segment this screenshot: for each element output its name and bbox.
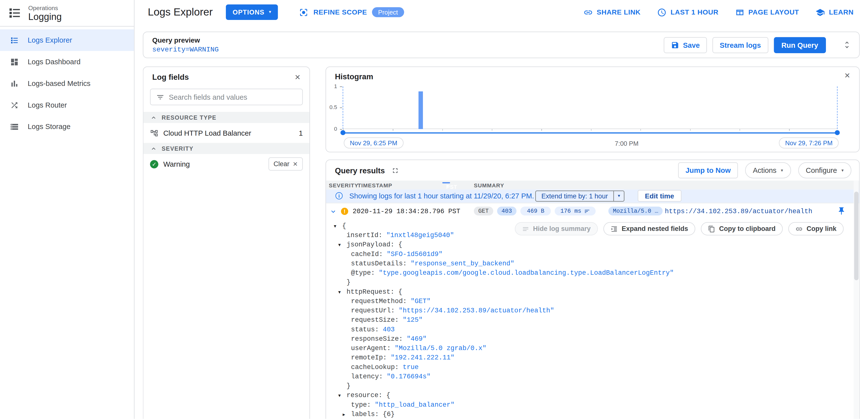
learn-school-icon [815,7,825,17]
collapse-entry-icon[interactable] [330,208,337,216]
query-preview-left: Query preview severity=WARNING [152,36,219,53]
entry-timestamp: 2020-11-29 18:34:28.796 PST [352,208,460,216]
topbar: Logs Explorer OPTIONS REFINE SCOPE Proje… [134,0,868,24]
page-layout-label: PAGE LAYOUT [748,8,799,16]
query-preview-title: Query preview [152,36,219,44]
sidebar-item-label: Logs Router [28,101,67,109]
sidebar-item-logs-dashboard[interactable]: Logs Dashboard [0,51,134,72]
sidebar-nav: Logs Explorer Logs Dashboard Logs-based … [0,27,134,138]
json-line: requestMethod:"GET" [326,297,852,306]
latency-chip: 176 ms [555,207,596,215]
save-button[interactable]: Save [663,37,707,53]
logs-explorer-icon [10,36,19,44]
log-fields-title: Log fields [152,72,189,82]
close-icon[interactable] [294,73,301,81]
share-link-button[interactable]: SHARE LINK [583,7,641,17]
json-line: cacheId:"SFO-1d5601d9" [326,250,852,259]
collapse-query-panel-button[interactable] [843,40,851,49]
pin-icon[interactable] [837,207,846,215]
actions-dropdown[interactable]: Actions [745,162,791,178]
range-start-handle[interactable] [341,130,345,135]
indent-expand-icon [611,225,618,232]
stream-logs-button[interactable]: Stream logs [713,37,768,53]
expand-nested-fields-label: Expand nested fields [622,225,688,233]
json-line: ▾resource:{ [326,391,852,400]
router-shuffle-icon [10,100,19,109]
histogram-plot[interactable]: 7:00 PM [343,86,838,129]
link-icon [583,7,593,17]
scope-project-badge: Project [372,7,404,17]
chevron-down-icon [614,194,624,199]
log-entry-json: ▾{ insertId:"1nxtl48geig5040" ▾jsonPaylo… [326,219,852,419]
request-url-text: https://34.102.253.89/actuator/health [665,208,812,216]
copy-link-button[interactable]: Copy link [788,222,844,235]
severity-section-label: SEVERITY [162,145,193,152]
column-summary: SUMMARY [474,182,504,188]
jump-to-now-button[interactable]: Jump to Now [678,162,738,178]
range-start-time-pill[interactable]: Nov 29, 6:25 PM [344,138,403,148]
time-range-button[interactable]: LAST 1 HOUR [657,7,718,17]
query-preview-actions: Save Stream logs Run Query [663,37,851,53]
time-range-track[interactable] [343,132,838,134]
options-button[interactable]: OPTIONS [226,4,278,20]
results-info-banner: Showing logs for last 1 hour starting at… [326,189,859,203]
sidebar-item-logs-storage[interactable]: Logs Storage [0,116,134,138]
logging-logo-icon [8,6,22,20]
results-scrollbar[interactable] [854,181,859,419]
copy-to-clipboard-button[interactable]: Copy to clipboard [701,222,783,235]
severity-section-header[interactable]: SEVERITY [144,143,310,154]
collapse-toggle-icon[interactable]: ▾ [338,241,347,250]
y-tick-mark [340,86,342,87]
warning-severity-icon [341,208,348,215]
learn-button[interactable]: LEARN [815,7,854,17]
query-results-title: Query results [335,166,385,175]
save-button-label: Save [683,41,700,49]
chevron-up-icon [150,145,157,152]
chevron-up-icon [150,114,157,121]
fullscreen-icon[interactable] [392,167,399,174]
run-query-button[interactable]: Run Query [774,37,826,53]
latency-sort-icon [584,208,590,214]
page-layout-button[interactable]: PAGE LAYOUT [735,7,799,17]
log-entry-row[interactable]: 2020-11-29 18:34:28.796 PST GET 403 469 … [326,203,859,219]
query-preview-text[interactable]: severity=WARNING [152,46,219,54]
copy-to-clipboard-label: Copy to clipboard [719,225,776,233]
query-results-panel: Query results Jump to Now Actions Conf [326,159,860,419]
sidebar-item-logs-explorer[interactable]: Logs Explorer [0,29,134,51]
search-input[interactable] [169,93,297,101]
timezone-selector[interactable]: PST [442,182,450,183]
severity-warning-row[interactable]: Warning Clear [144,154,310,174]
configure-dropdown[interactable]: Configure [798,162,851,178]
log-fields-header: Log fields [144,67,310,85]
collapse-toggle-icon[interactable]: ▾ [338,288,347,297]
scrollbar-thumb[interactable] [854,192,859,280]
clear-filter-button[interactable]: Clear [269,157,303,171]
extend-time-dropdown[interactable]: Extend time by: 1 hour [535,190,624,202]
range-end-time-pill[interactable]: Nov 29, 7:26 PM [779,138,839,148]
resource-type-row[interactable]: Cloud HTTP Load Balancer 1 [144,123,310,143]
collapse-toggle-icon[interactable]: ▾ [338,391,347,400]
dashboard-icon [10,57,19,66]
json-line: statusDetails:"response_sent_by_backend" [326,259,852,269]
refine-scope-button[interactable]: REFINE SCOPE Project [299,7,404,17]
edit-time-button[interactable]: Edit time [638,190,681,202]
sidebar-item-logs-router[interactable]: Logs Router [0,94,134,116]
http-status-chip: 403 [497,207,517,215]
resource-type-section-header[interactable]: RESOURCE TYPE [144,112,310,123]
page-title: Logs Explorer [148,6,213,19]
collapse-toggle-icon[interactable]: ▾ [334,221,342,231]
entry-summary-chips: GET 403 469 B 176 ms Mozilla/5.0 … [474,207,662,215]
chevron-down-icon [446,184,449,188]
hide-log-summary-button[interactable]: Hide log summary [515,222,598,235]
expand-nested-fields-button[interactable]: Expand nested fields [603,222,695,235]
expand-toggle-icon[interactable]: ▸ [343,410,351,419]
log-fields-search[interactable] [150,89,303,106]
actions-label: Actions [753,166,776,175]
sidebar-item-logs-based-metrics[interactable]: Logs-based Metrics [0,72,134,94]
log-fields-panel: Log fields RESOURCE TYPE [143,66,310,419]
unfold-icon [843,40,851,49]
filter-icon [156,93,164,101]
range-end-handle[interactable] [835,130,840,135]
close-icon[interactable] [844,72,850,79]
histogram-bar [419,92,423,129]
